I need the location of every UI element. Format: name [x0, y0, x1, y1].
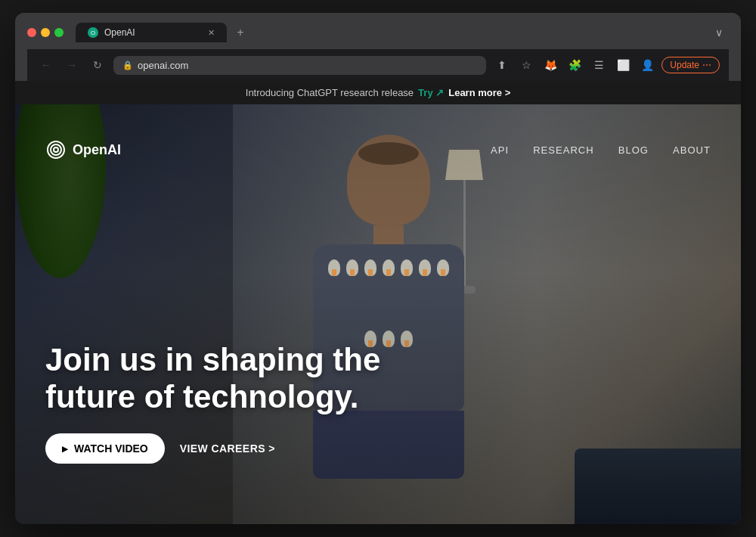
browser-controls: O OpenAI ✕ + ∨ — [27, 22, 729, 43]
tab-title: OpenAI — [104, 27, 202, 38]
bookmark-icon[interactable]: ☆ — [516, 55, 536, 75]
chevron-down-icon[interactable]: ∨ — [709, 23, 729, 42]
main-nav: API RESEARCH BLOG ABOUT — [491, 144, 711, 156]
watch-video-label: WATCH VIDEO — [74, 442, 148, 455]
website-content: Introducing ChatGPT research release Try… — [15, 81, 741, 524]
announcement-bar: Introducing ChatGPT research release Try… — [15, 81, 741, 104]
refresh-button[interactable]: ↻ — [88, 55, 107, 75]
close-button[interactable] — [27, 28, 36, 37]
browser-toolbar: ← → ↻ 🔒 openai.com ⬆ ☆ 🦊 🧩 ☰ ⬜ 👤 Update … — [27, 49, 729, 81]
hero-section: OpenAI API RESEARCH BLOG ABOUT Join us i… — [15, 104, 741, 524]
url-text: openai.com — [138, 60, 188, 71]
minimize-button[interactable] — [41, 28, 50, 37]
hero-actions: ▶ WATCH VIDEO VIEW CAREERS > — [45, 433, 408, 464]
update-dots: ⋯ — [702, 60, 711, 70]
watch-video-button[interactable]: ▶ WATCH VIDEO — [45, 433, 165, 464]
new-tab-button[interactable]: + — [230, 22, 251, 43]
nav-blog[interactable]: BLOG — [618, 144, 649, 156]
maximize-button[interactable] — [54, 28, 64, 37]
announcement-text: Introducing ChatGPT research release — [246, 87, 414, 98]
toolbar-actions: ⬆ ☆ 🦊 🧩 ☰ ⬜ 👤 Update ⋯ — [492, 55, 720, 75]
openai-logo[interactable]: OpenAI — [45, 139, 121, 160]
share-icon[interactable]: ⬆ — [492, 55, 512, 75]
openai-logo-text: OpenAI — [73, 142, 121, 158]
nav-research[interactable]: RESEARCH — [533, 144, 594, 156]
try-link[interactable]: Try ↗ — [418, 87, 444, 98]
hero-headline: Join us in shaping the future of technol… — [45, 342, 408, 415]
extensions-icon[interactable]: 🧩 — [565, 55, 584, 75]
browser-window: O OpenAI ✕ + ∨ ← → ↻ 🔒 openai.com ⬆ ☆ 🦊 — [15, 13, 741, 524]
browser-titlebar: O OpenAI ✕ + ∨ ← → ↻ 🔒 openai.com ⬆ ☆ 🦊 — [15, 13, 741, 81]
openai-nav: OpenAI API RESEARCH BLOG ABOUT — [15, 127, 741, 172]
traffic-lights — [27, 28, 64, 37]
view-careers-link[interactable]: VIEW CAREERS > — [180, 442, 275, 455]
active-tab[interactable]: O OpenAI ✕ — [76, 23, 227, 42]
menu-icon[interactable]: ☰ — [589, 55, 609, 75]
tab-close-button[interactable]: ✕ — [208, 28, 215, 38]
openai-logo-icon — [45, 139, 67, 160]
tab-bar: O OpenAI ✕ + — [76, 22, 703, 43]
hero-text-block: Join us in shaping the future of technol… — [45, 342, 408, 464]
update-label: Update — [670, 60, 699, 70]
address-bar[interactable]: 🔒 openai.com — [113, 56, 486, 75]
update-button[interactable]: Update ⋯ — [662, 57, 720, 73]
nav-api[interactable]: API — [491, 144, 509, 156]
tab-favicon-icon: O — [88, 27, 98, 38]
back-button[interactable]: ← — [36, 55, 56, 75]
window-icon[interactable]: ⬜ — [613, 55, 633, 75]
fox-icon[interactable]: 🦊 — [541, 55, 560, 75]
profile-icon[interactable]: 👤 — [637, 55, 657, 75]
play-icon: ▶ — [62, 445, 68, 453]
forward-button[interactable]: → — [62, 55, 82, 75]
lock-icon: 🔒 — [122, 61, 133, 70]
learn-more-link[interactable]: Learn more > — [448, 87, 510, 98]
nav-about[interactable]: ABOUT — [673, 144, 711, 156]
